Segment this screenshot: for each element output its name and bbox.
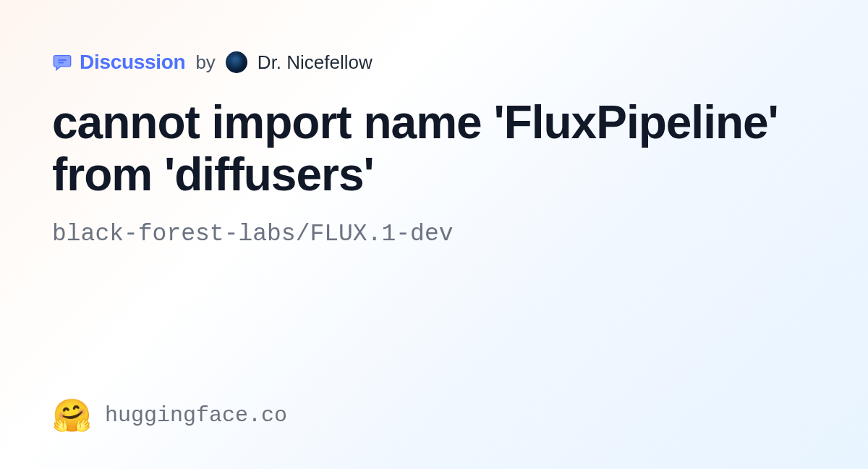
site-name[interactable]: huggingface.co xyxy=(105,403,287,428)
repo-path[interactable]: black-forest-labs/FLUX.1-dev xyxy=(52,221,816,248)
author-name[interactable]: Dr. Nicefellow xyxy=(258,51,373,74)
header-row: Discussion by Dr. Nicefellow xyxy=(52,51,816,74)
discussion-label[interactable]: Discussion xyxy=(80,51,185,74)
by-text: by xyxy=(195,51,215,74)
page-title: cannot import name 'FluxPipeline' from '… xyxy=(52,97,816,200)
avatar[interactable] xyxy=(226,51,247,73)
svg-rect-0 xyxy=(58,59,67,61)
footer: 🤗 huggingface.co xyxy=(52,400,287,431)
huggingface-logo-icon[interactable]: 🤗 xyxy=(52,400,92,431)
svg-rect-1 xyxy=(58,62,64,63)
discussion-icon xyxy=(52,52,72,72)
